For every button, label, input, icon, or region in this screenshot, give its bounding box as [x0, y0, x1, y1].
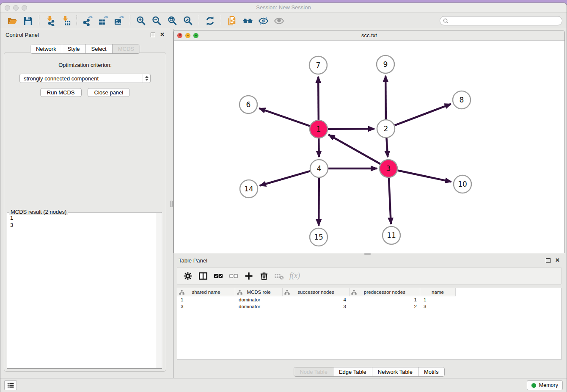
graph-node-6[interactable]: 6	[239, 96, 257, 113]
graph-node-4[interactable]: 4	[310, 160, 328, 177]
vertical-splitter[interactable]	[170, 29, 173, 378]
tab-style[interactable]: Style	[62, 44, 85, 53]
graph-node-11[interactable]: 11	[383, 226, 400, 244]
tab-select[interactable]: Select	[85, 44, 112, 53]
table-cell[interactable]: 3	[283, 303, 350, 310]
open-session-button[interactable]	[5, 15, 20, 27]
first-neighbors-button[interactable]	[240, 15, 256, 27]
zoom-fit-button[interactable]	[165, 15, 180, 27]
graph-edge-1-2[interactable]	[328, 129, 374, 129]
graph-node-label: 8	[460, 96, 464, 104]
deselect-all-button[interactable]	[227, 269, 240, 282]
save-session-icon	[23, 16, 33, 26]
zoom-selected-button[interactable]	[180, 15, 196, 27]
clone-network-button[interactable]	[224, 15, 240, 27]
tab-mcds[interactable]: MCDS	[112, 44, 140, 53]
graph-node-2[interactable]: 2	[377, 120, 395, 138]
column-header-name[interactable]: name	[420, 288, 456, 296]
graph-edge-4-14[interactable]	[260, 171, 310, 185]
graph-edge-2-3[interactable]	[386, 138, 388, 157]
export-network-button[interactable]	[80, 15, 96, 27]
import-network-button[interactable]	[42, 15, 58, 27]
graph-node-15[interactable]: 15	[310, 228, 328, 246]
graph-edge-3-11[interactable]	[389, 178, 391, 224]
export-table-button[interactable]	[96, 15, 111, 27]
search-box[interactable]	[440, 16, 562, 25]
table-cell[interactable]: 4	[283, 296, 350, 303]
add-column-button[interactable]	[242, 269, 255, 282]
graph-edge-3-10[interactable]	[398, 171, 451, 182]
tab-motifs[interactable]: Motifs	[418, 367, 444, 376]
table-cell[interactable]: 2	[350, 303, 420, 310]
network-minimize-button[interactable]: −	[185, 33, 190, 38]
column-header-MCDS-role[interactable]: MCDS role	[235, 288, 283, 296]
network-canvas[interactable]: 7968124314101511	[174, 41, 564, 253]
column-header-predecessor-nodes[interactable]: predecessor nodes	[350, 288, 420, 296]
zoom-in-button[interactable]	[133, 15, 149, 27]
delete-column-button[interactable]	[257, 269, 270, 282]
show-panels-button[interactable]	[4, 380, 17, 390]
table-row[interactable]: 1dominator411	[177, 296, 561, 303]
import-table-button[interactable]	[58, 15, 74, 27]
table-cell[interactable]: dominator	[235, 303, 283, 310]
graph-edge-2-9[interactable]	[385, 76, 386, 119]
node-table: shared nameMCDS rolesuccessor nodesprede…	[177, 288, 561, 360]
graph-node-14[interactable]: 14	[240, 180, 258, 198]
run-mcds-button[interactable]: Run MCDS	[40, 88, 82, 97]
column-header-label: name	[432, 290, 444, 295]
table-panel-float-button[interactable]	[546, 258, 550, 263]
memory-button[interactable]: Memory	[527, 380, 563, 390]
graph-node-3[interactable]: 3	[380, 160, 397, 177]
graph-node-label: 9	[383, 60, 388, 69]
graph-edge-1-7[interactable]	[318, 77, 319, 120]
graph-node-8[interactable]: 8	[453, 91, 471, 109]
vertical-splitter-grip[interactable]	[170, 201, 173, 207]
table-cell[interactable]: dominator	[235, 296, 283, 303]
tab-network-table[interactable]: Network Table	[372, 367, 418, 376]
tab-network[interactable]: Network	[30, 44, 62, 53]
toggle-panes-button[interactable]	[196, 269, 209, 282]
tab-edge-table[interactable]: Edge Table	[333, 367, 372, 376]
control-panel-float-button[interactable]	[151, 33, 155, 37]
column-header-shared-name[interactable]: shared name	[177, 288, 235, 296]
close-panel-button[interactable]: Close panel	[88, 88, 130, 97]
graph-edge-2-8[interactable]	[395, 104, 451, 126]
hide-selected-button[interactable]	[256, 15, 271, 27]
settings-gear-button[interactable]	[181, 269, 194, 282]
zoom-out-button[interactable]	[149, 15, 165, 27]
graph-node-1[interactable]: 1	[310, 120, 328, 138]
select-all-button[interactable]	[212, 269, 225, 282]
control-panel-close-button[interactable]: ✕	[160, 32, 165, 37]
delete-table-button[interactable]	[272, 269, 286, 282]
graph-node-label: 14	[244, 185, 253, 193]
network-zoom-button[interactable]: +	[193, 33, 198, 38]
graph-edge-1-6[interactable]	[259, 108, 310, 126]
export-image-icon	[114, 16, 124, 26]
save-session-button[interactable]	[20, 15, 36, 27]
apply-layout-button[interactable]	[202, 15, 218, 27]
column-header-successor-nodes[interactable]: successor nodes	[283, 288, 350, 296]
network-close-button[interactable]: ✕	[177, 33, 182, 38]
horizontal-splitter-grip[interactable]	[364, 253, 371, 255]
table-cell[interactable]: 1	[420, 296, 456, 303]
graph-edge-4-15[interactable]	[319, 178, 319, 226]
table-cell[interactable]: 1	[177, 296, 235, 303]
mcds-result-scrollbar[interactable]	[156, 213, 161, 368]
table-cell[interactable]: 3	[420, 303, 456, 310]
mcds-result-text[interactable]: 13	[7, 213, 162, 230]
graph-node-10[interactable]: 10	[454, 175, 471, 193]
table-panel-close-button[interactable]: ✕	[555, 258, 560, 263]
horizontal-splitter[interactable]	[173, 253, 565, 255]
graph-node-9[interactable]: 9	[377, 55, 394, 73]
tab-node-table[interactable]: Node Table	[294, 367, 333, 376]
export-image-button[interactable]	[111, 15, 127, 27]
optimization-criterion-dropdown[interactable]: strongly connected component	[19, 74, 151, 83]
table-row[interactable]: 3dominator323	[177, 303, 561, 310]
show-all-button[interactable]	[271, 15, 287, 27]
function-builder-button[interactable]: f(x)	[288, 271, 300, 280]
graph-node-7[interactable]: 7	[309, 56, 327, 74]
search-input[interactable]	[449, 17, 559, 24]
graph-edge-3-1[interactable]	[329, 135, 380, 164]
table-cell[interactable]: 3	[177, 303, 235, 310]
table-cell[interactable]: 1	[350, 296, 420, 303]
